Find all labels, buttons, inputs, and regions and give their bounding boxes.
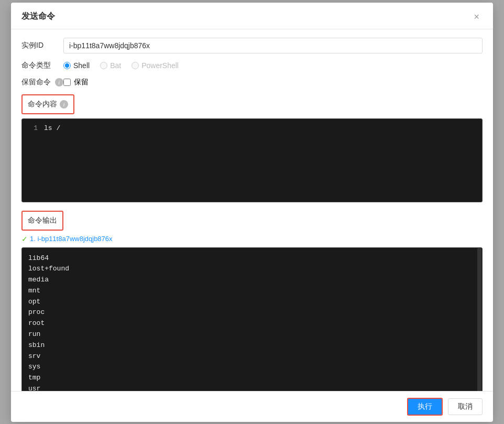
code-editor[interactable]: 1 ls / <box>21 118 483 202</box>
radio-bat-label: Bat <box>110 61 121 70</box>
radio-powershell-input[interactable] <box>132 62 139 69</box>
code-content[interactable]: ls / <box>44 124 60 197</box>
radio-powershell[interactable]: PowerShell <box>132 61 179 70</box>
retain-command-row: 保留命令 i 保留 <box>21 78 483 87</box>
radio-powershell-label: PowerShell <box>141 61 179 70</box>
cancel-button[interactable]: 取消 <box>448 398 483 415</box>
command-content-info-icon[interactable]: i <box>60 100 68 108</box>
radio-bat-input[interactable] <box>100 62 107 69</box>
dialog: 发送命令 × 实例ID 命令类型 Shell <box>11 3 493 422</box>
instance-id-control <box>63 38 483 53</box>
dialog-title: 发送命令 <box>21 11 55 22</box>
dialog-body: 实例ID 命令类型 Shell Bat <box>11 29 493 391</box>
radio-shell-input[interactable] <box>63 62 71 69</box>
command-type-label: 命令类型 <box>21 61 63 70</box>
line-numbers: 1 <box>27 124 38 197</box>
line-number-1: 1 <box>27 124 38 132</box>
radio-shell-label: Shell <box>73 61 90 70</box>
output-section: 命令输出 ✓ 1. i-bp11t8a7ww8jdqjb876x lib64 l… <box>21 211 483 391</box>
command-type-group: Shell Bat PowerShell <box>63 61 483 70</box>
instance-id-row: 实例ID <box>21 38 483 53</box>
check-icon: ✓ <box>21 235 28 243</box>
command-output-section-label: 命令输出 <box>21 211 63 231</box>
retain-checkbox-label: 保留 <box>74 78 89 87</box>
retain-command-label: 保留命令 i <box>21 78 63 87</box>
dialog-header: 发送命令 × <box>11 3 493 29</box>
output-scrollbar[interactable] <box>477 247 481 391</box>
retain-checkbox-group: 保留 <box>63 78 483 87</box>
output-instance-text[interactable]: 1. i-bp11t8a7ww8jdqjb876x <box>30 235 113 243</box>
dialog-overlay: 发送命令 × 实例ID 命令类型 Shell <box>0 0 504 424</box>
radio-bat[interactable]: Bat <box>100 61 121 70</box>
instance-id-input[interactable] <box>63 38 483 53</box>
retain-checkbox[interactable] <box>63 79 71 86</box>
dialog-footer: 执行 取消 <box>11 391 493 422</box>
output-terminal-wrapper: lib64 lost+found media mnt opt proc root… <box>21 247 483 391</box>
command-content-section-label: 命令内容 i <box>21 94 74 114</box>
output-instance-link[interactable]: ✓ 1. i-bp11t8a7ww8jdqjb876x <box>21 235 483 243</box>
close-button[interactable]: × <box>470 11 483 23</box>
command-type-row: 命令类型 Shell Bat PowerShell <box>21 61 483 70</box>
radio-shell[interactable]: Shell <box>63 61 90 70</box>
instance-id-label: 实例ID <box>21 41 63 50</box>
execute-button[interactable]: 执行 <box>407 398 443 416</box>
output-terminal[interactable]: lib64 lost+found media mnt opt proc root… <box>21 247 483 391</box>
retain-info-icon[interactable]: i <box>55 78 63 86</box>
